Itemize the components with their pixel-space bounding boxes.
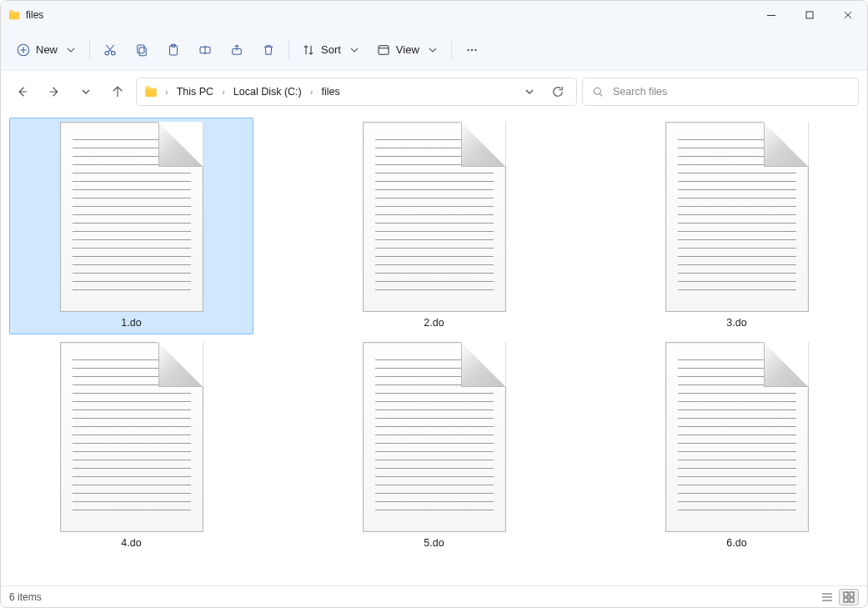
plus-circle-icon bbox=[16, 43, 31, 58]
chevron-down-icon bbox=[523, 85, 536, 98]
titlebar: files bbox=[1, 1, 867, 29]
separator bbox=[451, 40, 452, 60]
file-item[interactable]: 1.do bbox=[9, 118, 253, 334]
new-button-label: New bbox=[36, 43, 58, 56]
paste-button[interactable] bbox=[158, 37, 188, 63]
svg-point-11 bbox=[467, 48, 469, 50]
copy-button[interactable] bbox=[127, 37, 157, 63]
minimize-icon bbox=[765, 8, 778, 22]
list-icon bbox=[820, 590, 834, 604]
minimize-button[interactable] bbox=[752, 1, 790, 29]
refresh-icon bbox=[550, 84, 565, 99]
details-view-button[interactable] bbox=[817, 589, 837, 605]
more-button[interactable] bbox=[457, 37, 487, 63]
ellipsis-icon bbox=[464, 43, 479, 58]
breadcrumb-history-button[interactable] bbox=[518, 80, 541, 103]
breadcrumb-segment[interactable]: Local Disk (C:) bbox=[230, 84, 305, 99]
search-input[interactable] bbox=[611, 85, 850, 98]
back-button[interactable] bbox=[9, 78, 36, 105]
cut-icon bbox=[103, 43, 118, 58]
svg-rect-4 bbox=[139, 48, 146, 56]
svg-rect-15 bbox=[844, 592, 848, 596]
file-item[interactable]: 2.do bbox=[312, 118, 556, 334]
recent-dropdown[interactable] bbox=[73, 78, 99, 105]
document-icon bbox=[60, 342, 203, 532]
arrow-up-icon bbox=[110, 84, 125, 99]
svg-rect-10 bbox=[379, 45, 389, 54]
document-icon bbox=[60, 122, 203, 312]
close-button[interactable] bbox=[829, 1, 867, 29]
up-button[interactable] bbox=[104, 78, 131, 105]
separator bbox=[89, 40, 90, 60]
new-button[interactable]: New bbox=[9, 37, 84, 63]
view-button[interactable]: View bbox=[369, 37, 446, 63]
file-name: 6.do bbox=[726, 537, 746, 549]
chevron-down-icon bbox=[348, 43, 361, 57]
forward-button[interactable] bbox=[41, 78, 68, 105]
share-icon bbox=[229, 43, 244, 58]
view-button-label: View bbox=[396, 43, 419, 56]
paste-icon bbox=[166, 43, 181, 58]
maximize-icon bbox=[803, 8, 816, 22]
chevron-right-icon: › bbox=[163, 87, 170, 97]
share-button[interactable] bbox=[222, 37, 252, 63]
breadcrumb-segment[interactable]: This PC bbox=[173, 84, 217, 99]
status-bar: 6 items bbox=[1, 585, 867, 607]
chevron-right-icon: › bbox=[309, 87, 315, 97]
file-item[interactable]: 5.do bbox=[312, 338, 556, 555]
file-name: 2.do bbox=[424, 317, 444, 329]
sort-button-label: Sort bbox=[321, 43, 341, 56]
document-icon bbox=[665, 122, 809, 312]
arrow-right-icon bbox=[47, 84, 62, 99]
maximize-button[interactable] bbox=[790, 1, 829, 29]
svg-rect-16 bbox=[850, 592, 854, 596]
chevron-right-icon: › bbox=[220, 87, 227, 97]
delete-button[interactable] bbox=[253, 37, 283, 63]
breadcrumb-segment[interactable]: files bbox=[318, 84, 343, 99]
svg-rect-5 bbox=[138, 45, 144, 53]
arrow-left-icon bbox=[15, 84, 30, 99]
file-name: 3.do bbox=[726, 317, 746, 329]
folder-icon bbox=[143, 84, 158, 99]
refresh-button[interactable] bbox=[546, 80, 569, 103]
copy-icon bbox=[134, 43, 149, 58]
svg-rect-18 bbox=[850, 598, 854, 602]
thumbnails-view-button[interactable] bbox=[839, 589, 859, 605]
separator bbox=[288, 40, 289, 60]
close-icon bbox=[841, 8, 855, 22]
file-name: 1.do bbox=[121, 317, 141, 329]
file-view[interactable]: 1.do 2.do 3.do 4.do 5.do bbox=[1, 113, 867, 585]
svg-point-12 bbox=[471, 48, 473, 50]
view-icon bbox=[376, 43, 391, 58]
window-title: files bbox=[26, 9, 43, 21]
folder-icon bbox=[8, 8, 21, 22]
sort-icon bbox=[301, 43, 316, 58]
chevron-down-icon bbox=[426, 43, 439, 57]
chevron-down-icon bbox=[64, 43, 78, 57]
breadcrumb[interactable]: › This PC › Local Disk (C:) › files bbox=[136, 78, 577, 106]
file-item[interactable]: 4.do bbox=[9, 338, 253, 555]
file-item[interactable]: 3.do bbox=[615, 118, 859, 334]
document-icon bbox=[363, 342, 506, 532]
trash-icon bbox=[261, 43, 276, 58]
file-name: 5.do bbox=[424, 537, 444, 549]
file-name: 4.do bbox=[121, 537, 141, 549]
search-box[interactable] bbox=[582, 78, 859, 106]
cut-button[interactable] bbox=[95, 37, 125, 63]
toolbar: New bbox=[1, 29, 867, 71]
rename-button[interactable] bbox=[190, 37, 220, 63]
svg-rect-17 bbox=[844, 598, 848, 602]
svg-rect-0 bbox=[806, 12, 813, 18]
document-icon bbox=[665, 342, 809, 532]
chevron-down-icon bbox=[79, 85, 93, 98]
rename-icon bbox=[198, 43, 213, 58]
address-row: › This PC › Local Disk (C:) › files bbox=[1, 71, 867, 113]
file-item[interactable]: 6.do bbox=[615, 338, 859, 555]
sort-button[interactable]: Sort bbox=[294, 37, 368, 63]
svg-point-14 bbox=[594, 88, 600, 94]
status-text: 6 items bbox=[9, 591, 42, 603]
document-icon bbox=[363, 122, 506, 312]
svg-point-13 bbox=[474, 48, 476, 50]
grid-icon bbox=[842, 590, 855, 604]
search-icon bbox=[591, 85, 605, 98]
